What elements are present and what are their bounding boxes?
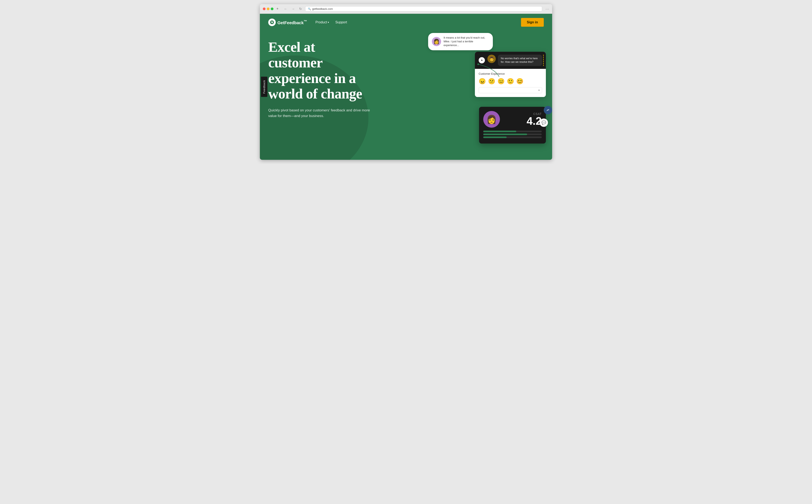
csat-bars xyxy=(483,131,542,138)
csat-score-value: 4.2 xyxy=(503,116,542,126)
emoji-neutral[interactable]: 😐 xyxy=(498,78,505,85)
feedback-tab[interactable]: Feedback xyxy=(261,77,267,97)
csat-user-avatar: 👩 xyxy=(483,111,500,128)
search-icon: 🔍 xyxy=(308,8,311,10)
csat-score-area: CSAT 4.2 xyxy=(503,112,542,126)
survey-card-body: Customer Experience 😠 😕 😐 🙂 😊 ▾ xyxy=(475,69,546,97)
logo-link[interactable]: GetFeedback™ xyxy=(268,19,307,26)
customer-chat-text: It means a lot that you'd reach out, Mik… xyxy=(444,36,489,47)
hero-left: Excel at customer experience in a world … xyxy=(268,39,420,139)
forward-button[interactable]: → xyxy=(290,7,296,11)
chat-float-icon[interactable]: 💬 xyxy=(540,118,548,127)
agent-text-bubble: No worries that's what we're here for. H… xyxy=(498,55,542,66)
nav-links: Product ▾ Support xyxy=(315,20,347,24)
agent-chat-area: 👨 No worries that's what we're here for.… xyxy=(488,55,542,66)
close-button[interactable] xyxy=(263,8,265,10)
csat-card: 👩 CSAT 4.2 xyxy=(479,107,546,144)
csat-bar-3 xyxy=(483,136,542,138)
address-bar[interactable]: 🔍 getfeedback.com xyxy=(305,6,542,11)
window-controls xyxy=(263,8,273,10)
survey-label: Customer Experience xyxy=(479,72,542,75)
refresh-button[interactable]: ↻ xyxy=(298,6,303,11)
customer-chat-bubble: 👩 It means a lot that you'd reach out, M… xyxy=(428,33,493,50)
survey-card: 👨 No worries that's what we're here for.… xyxy=(475,52,546,97)
survey-logo-icon xyxy=(479,57,485,63)
csat-content: 👩 CSAT 4.2 xyxy=(483,111,542,128)
browser-window: + ← → ↻ 🔍 getfeedback.com ⋯ xyxy=(260,4,552,160)
survey-card-header: 👨 No worries that's what we're here for.… xyxy=(475,52,546,69)
svg-point-2 xyxy=(482,60,482,60)
signin-button[interactable]: Sign in xyxy=(521,18,544,27)
dashed-accent xyxy=(543,55,544,66)
csat-bar-fill-2 xyxy=(483,134,527,135)
navigation: GetFeedback™ Product ▾ Support Sign in xyxy=(260,14,552,31)
website-container: GetFeedback™ Product ▾ Support Sign in E… xyxy=(260,14,552,160)
logo-text: GetFeedback™ xyxy=(277,19,307,25)
browser-navigation: ← → ↻ xyxy=(283,6,303,11)
product-nav-link[interactable]: Product ▾ xyxy=(315,20,329,24)
back-button[interactable]: ← xyxy=(283,7,289,11)
emoji-happy[interactable]: 🙂 xyxy=(507,78,514,85)
url-text: getfeedback.com xyxy=(312,7,333,10)
hero-subtitle: Quickly pivot based on your customers' f… xyxy=(268,107,372,119)
csat-bar-fill-1 xyxy=(483,131,516,132)
new-tab-button[interactable]: + xyxy=(276,7,279,11)
csat-bar-dot-1 xyxy=(514,131,516,132)
customer-avatar: 👩 xyxy=(432,37,441,46)
maximize-button[interactable] xyxy=(271,8,273,10)
agent-avatar: 👨 xyxy=(488,55,496,63)
analytics-float-icon[interactable] xyxy=(544,106,552,114)
chevron-down-icon: ▾ xyxy=(328,21,329,24)
svg-point-0 xyxy=(272,22,272,23)
support-nav-link[interactable]: Support xyxy=(335,20,347,24)
logo-icon xyxy=(268,19,276,26)
hero-title: Excel at customer experience in a world … xyxy=(268,39,416,102)
browser-titlebar: + ← → ↻ 🔍 getfeedback.com ⋯ xyxy=(260,4,552,14)
chevron-down-icon: ▾ xyxy=(538,89,540,92)
hero-right: 👩 It means a lot that you'd reach out, M… xyxy=(420,39,544,139)
minimize-button[interactable] xyxy=(267,8,269,10)
csat-bar-fill-3 xyxy=(483,136,507,138)
emoji-very-happy[interactable]: 😊 xyxy=(516,78,524,85)
emoji-rating-row[interactable]: 😠 😕 😐 🙂 😊 xyxy=(479,78,542,85)
emoji-very-unhappy[interactable]: 😠 xyxy=(479,78,486,85)
csat-bar-1 xyxy=(483,131,542,132)
hero-section: Excel at customer experience in a world … xyxy=(260,31,552,152)
csat-bar-2 xyxy=(483,134,542,135)
survey-dropdown[interactable]: ▾ xyxy=(479,87,542,93)
emoji-unhappy[interactable]: 😕 xyxy=(488,78,495,85)
browser-menu-button[interactable]: ⋯ xyxy=(546,7,549,11)
